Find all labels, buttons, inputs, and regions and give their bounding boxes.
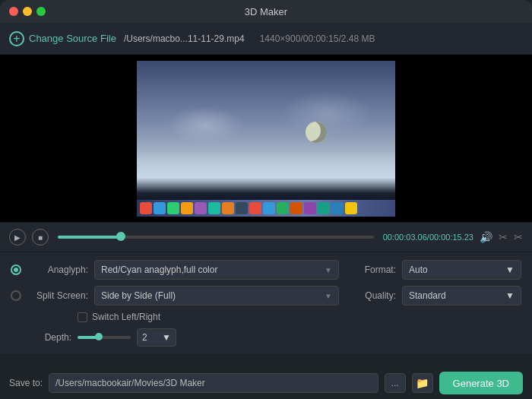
dock-icon-12 (290, 202, 302, 214)
switch-lr-label: Switch Left/Right (92, 312, 160, 322)
switch-lr-row: Switch Left/Right (11, 312, 339, 322)
file-info: /Users/macbo...11-11-29.mp4 1440×900/00:… (124, 33, 523, 44)
dock-icon-3 (167, 202, 179, 214)
dock-icon-2 (154, 202, 166, 214)
format-row: Format: Auto ▼ (354, 260, 521, 280)
split-screen-row: Split Screen: Side by Side (Full) ▼ (11, 286, 339, 306)
progress-track[interactable] (58, 236, 374, 239)
dock-icon-10 (263, 202, 275, 214)
folder-icon: 📁 (416, 377, 429, 389)
anaglyph-radio[interactable] (11, 264, 21, 275)
settings-icon[interactable]: ✂ (499, 231, 508, 243)
volume-icon[interactable]: 🔊 (480, 231, 492, 243)
progress-thumb[interactable] (116, 232, 125, 241)
dock-icon-14 (318, 202, 330, 214)
app-title: 3D Maker (245, 6, 287, 17)
time-display: 00:00:03.06/00:00:15.23 (383, 233, 473, 242)
play-button[interactable]: ▶ (9, 229, 26, 245)
split-screen-radio[interactable] (11, 290, 21, 301)
cloud-decoration-1 (167, 106, 243, 144)
split-screen-label: Split Screen: (27, 290, 88, 301)
playback-bar: ▶ ■ 00:00:03.06/00:00:15.23 🔊 ✂ ✂ (0, 222, 532, 252)
generate-3d-button[interactable]: Generate 3D (439, 372, 523, 394)
format-dropdown[interactable]: Auto ▼ (402, 260, 521, 280)
format-chevron-icon: ▼ (505, 264, 515, 275)
save-path-display: /Users/macbookair/Movies/3D Maker (49, 373, 378, 393)
dock-icon-9 (249, 202, 261, 214)
depth-row: Depth: 2 ▼ (11, 328, 339, 347)
close-button[interactable] (9, 7, 18, 16)
depth-dropdown[interactable]: 2 ▼ (137, 328, 176, 347)
quality-chevron-icon: ▼ (505, 290, 515, 301)
dock-icon-7 (222, 202, 234, 214)
dock-icon-6 (208, 202, 220, 214)
quality-row: Quality: Standard ▼ (354, 286, 521, 306)
anaglyph-label: Anaglyph: (27, 264, 88, 275)
video-bg (137, 61, 395, 217)
split-screen-dropdown[interactable]: Side by Side (Full) ▼ (94, 286, 339, 306)
change-source-label: Change Source File (29, 33, 116, 44)
video-preview (137, 61, 395, 217)
anaglyph-dropdown[interactable]: Red/Cyan anaglyph,full color ▼ (94, 260, 339, 280)
change-source-button[interactable]: + Change Source File (9, 31, 116, 46)
toolbar: + Change Source File /Users/macbo...11-1… (0, 23, 532, 55)
dock-bar-decoration (137, 200, 395, 217)
open-folder-button[interactable]: 📁 (412, 373, 433, 393)
quality-dropdown[interactable]: Standard ▼ (402, 286, 521, 306)
depth-slider[interactable] (78, 336, 131, 339)
right-controls: Format: Auto ▼ Quality: Standard ▼ (354, 260, 521, 347)
left-controls: Anaglyph: Red/Cyan anaglyph,full color ▼… (11, 260, 339, 347)
dock-icon-8 (236, 202, 248, 214)
dock-icon-11 (277, 202, 289, 214)
anaglyph-row: Anaglyph: Red/Cyan anaglyph,full color ▼ (11, 260, 339, 280)
moon-decoration (306, 122, 327, 143)
save-bar: Save to: /Users/macbookair/Movies/3D Mak… (0, 367, 532, 399)
titlebar: 3D Maker (0, 0, 532, 23)
dock-icon-5 (195, 202, 207, 214)
depth-slider-thumb[interactable] (95, 333, 103, 340)
playback-icons: 🔊 ✂ ✂ (480, 231, 523, 243)
dock-icon-4 (181, 202, 193, 214)
file-path: /Users/macbo...11-11-29.mp4 (124, 33, 245, 44)
add-icon: + (9, 31, 24, 46)
dock-icon-13 (304, 202, 316, 214)
switch-lr-checkbox[interactable] (78, 312, 87, 322)
quality-label: Quality: (354, 290, 396, 301)
browse-button[interactable]: ... (385, 373, 406, 393)
format-label: Format: (354, 264, 396, 275)
save-to-label: Save to: (9, 378, 43, 388)
video-area (0, 55, 532, 222)
scissors-icon[interactable]: ✂ (514, 231, 523, 243)
window-controls (9, 7, 46, 16)
controls-section: Anaglyph: Red/Cyan anaglyph,full color ▼… (0, 252, 532, 355)
stop-button[interactable]: ■ (32, 229, 49, 245)
minimize-button[interactable] (23, 7, 32, 16)
depth-label: Depth: (11, 332, 71, 343)
progress-fill (58, 236, 121, 239)
dock-icon-1 (140, 202, 152, 214)
cloud-decoration-2 (281, 91, 372, 137)
split-chevron-icon: ▼ (325, 292, 332, 300)
maximize-button[interactable] (36, 7, 46, 16)
file-meta: 1440×900/00:00:15/2.48 MB (260, 33, 375, 44)
anaglyph-chevron-icon: ▼ (325, 266, 332, 274)
depth-chevron-icon: ▼ (162, 332, 171, 343)
dock-icon-15 (331, 202, 344, 214)
dock-icon-16 (345, 202, 357, 214)
